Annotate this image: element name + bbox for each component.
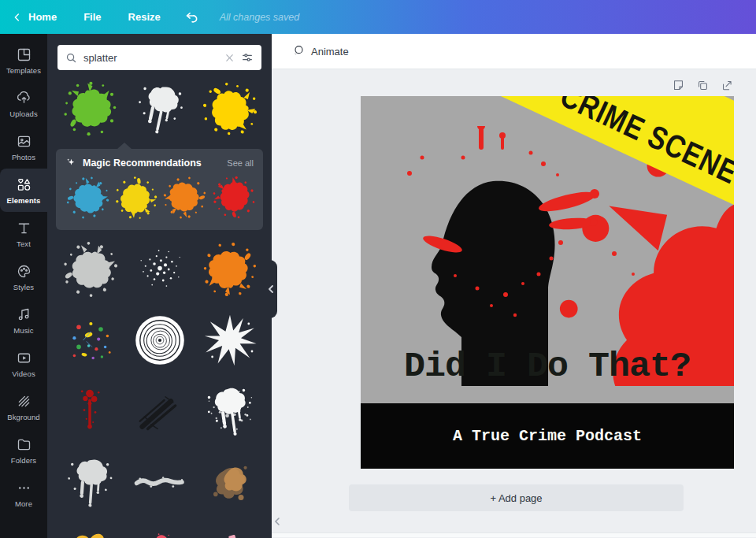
sidebar-item-background[interactable]: Bkground — [0, 385, 47, 429]
text-icon — [16, 220, 32, 236]
splatter-thumbnail-white[interactable] — [128, 80, 191, 138]
page-actions — [361, 79, 734, 92]
home-button[interactable]: Home — [11, 11, 57, 24]
editor-workspace: Animate — [272, 34, 756, 538]
sidebar: Templates Uploads Photos Elements Text S… — [0, 34, 47, 538]
sidebar-item-music[interactable]: Music — [0, 299, 47, 342]
search-results-row — [47, 80, 272, 138]
sparkle-icon — [65, 157, 77, 169]
resize-menu[interactable]: Resize — [128, 11, 161, 23]
music-note-icon — [16, 306, 32, 323]
elements-shapes-icon — [16, 176, 32, 193]
splatter-thumbnail-pink-paint[interactable] — [128, 523, 191, 538]
palette-icon — [16, 263, 32, 280]
resize-label: Resize — [128, 11, 161, 23]
podcast-subtitle: A True Crime Podcast — [453, 427, 642, 445]
animate-label: Animate — [311, 46, 349, 58]
filter-sliders-icon[interactable] — [241, 51, 254, 64]
file-label: File — [83, 11, 101, 23]
panel-collapse-tab[interactable] — [264, 260, 277, 318]
sidebar-item-templates[interactable]: Templates — [0, 39, 47, 82]
chevron-left-icon — [11, 11, 24, 24]
sidebar-item-uploads[interactable]: Uploads — [0, 82, 47, 125]
chevron-left-icon — [268, 285, 274, 293]
undo-button[interactable] — [184, 9, 199, 24]
sidebar-item-styles[interactable]: Styles — [0, 255, 47, 299]
add-page-button[interactable]: + Add page — [349, 484, 684, 511]
splatter-thumbnail-multicolor-dots[interactable] — [57, 310, 121, 370]
splatter-thumbnail-yellow[interactable] — [198, 80, 261, 138]
sidebar-item-more[interactable]: More — [0, 472, 47, 515]
see-all-link[interactable]: See all — [227, 158, 254, 168]
splatter-thumbnail-magic-red[interactable] — [212, 175, 256, 221]
top-menu-bar: Home File Resize All changes saved — [0, 0, 756, 34]
file-menu[interactable]: File — [83, 11, 101, 23]
splatter-thumbnail-scratch[interactable] — [128, 381, 191, 441]
context-toolbar: Animate — [272, 34, 756, 69]
share-export-icon[interactable] — [721, 79, 734, 92]
home-label: Home — [28, 11, 57, 23]
splatter-thumbnail-magic-yellow[interactable] — [114, 175, 158, 221]
photo-icon — [16, 133, 32, 150]
undo-icon — [184, 9, 199, 24]
sidebar-item-folders[interactable]: Folders — [0, 429, 47, 472]
upload-cloud-icon — [16, 90, 32, 106]
animate-icon — [291, 44, 305, 58]
splatter-thumbnail-rings[interactable] — [128, 310, 191, 370]
magic-recommendations-card: Magic Recommendations See all — [56, 149, 263, 230]
background-hatch-icon — [16, 393, 32, 410]
splatter-thumbnail-lightgray[interactable] — [57, 452, 121, 512]
folder-icon — [16, 436, 32, 453]
splatter-thumbnail-magic-orange[interactable] — [163, 175, 207, 221]
scroll-left-arrow[interactable] — [273, 515, 281, 525]
splatter-thumbnail-pink-confetti[interactable] — [198, 523, 261, 538]
splatter-thumbnail-gray[interactable] — [57, 239, 121, 299]
title-bar: A True Crime Podcast — [361, 403, 734, 469]
canvas-area: CRIME SCENE Did I Do That? A True Crime … — [272, 69, 756, 537]
animate-button[interactable]: Animate — [284, 39, 355, 63]
elements-search-panel: Magic Recommendations See all — [47, 34, 272, 538]
sidebar-item-text[interactable]: Text — [0, 212, 47, 255]
podcast-title: Did I Do That? — [361, 347, 734, 387]
splatter-thumbnail-blue[interactable] — [65, 175, 109, 221]
more-dots-icon — [16, 480, 32, 496]
splatter-thumbnail-orange[interactable] — [198, 239, 261, 299]
design-page[interactable]: CRIME SCENE Did I Do That? A True Crime … — [361, 96, 734, 469]
magic-recommendations-title: Magic Recommendations — [83, 158, 221, 169]
horizontal-scrollbar-track[interactable] — [272, 532, 756, 537]
video-icon — [16, 350, 32, 366]
sidebar-item-videos[interactable]: Videos — [0, 342, 47, 385]
splatter-thumbnail-speckle[interactable] — [128, 239, 191, 299]
sidebar-item-photos[interactable]: Photos — [0, 125, 47, 169]
splatter-thumbnail-blood[interactable] — [57, 381, 121, 441]
splatter-thumbnail-burst[interactable] — [198, 310, 261, 370]
search-input[interactable] — [83, 52, 218, 64]
duplicate-page-icon[interactable] — [696, 79, 710, 92]
search-icon — [65, 52, 77, 64]
templates-icon — [16, 46, 32, 63]
splatter-thumbnail-yellow-blob[interactable] — [57, 523, 121, 538]
splatter-thumbnail-coffee-stain[interactable] — [198, 452, 261, 512]
sidebar-item-elements[interactable]: Elements — [0, 169, 47, 212]
save-status: All changes saved — [220, 12, 299, 23]
search-results-grid — [47, 239, 272, 538]
splatter-thumbnail-streak[interactable] — [128, 452, 191, 512]
search-box[interactable] — [57, 45, 261, 70]
notes-icon[interactable] — [672, 79, 685, 92]
magic-recommendations-row — [65, 175, 254, 221]
canva-editor: Home File Resize All changes saved Templ… — [0, 0, 756, 538]
splatter-thumbnail-spray[interactable] — [198, 381, 261, 441]
clear-search-icon[interactable] — [224, 53, 235, 63]
splatter-thumbnail-green[interactable] — [57, 80, 121, 138]
